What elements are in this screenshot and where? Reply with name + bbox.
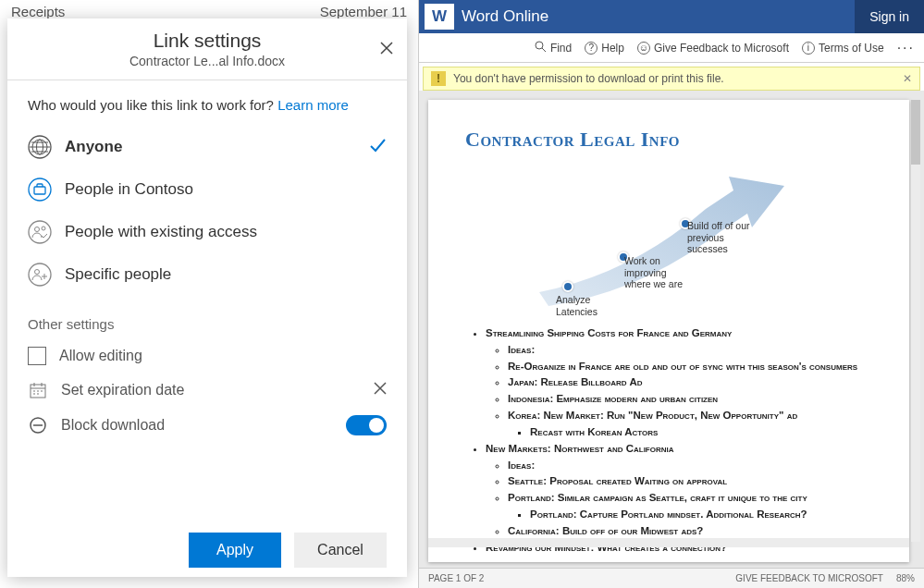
list-item: Seattle: Proposal created Waiting on app… <box>508 473 876 490</box>
people-plus-icon <box>28 263 52 287</box>
svg-rect-4 <box>34 187 45 194</box>
word-logo-icon: W <box>425 4 454 30</box>
document-title: Contractor Legal Info <box>465 128 876 152</box>
zoom-level[interactable]: 88% <box>896 573 915 583</box>
more-icon[interactable]: ··· <box>897 40 915 56</box>
dialog-body: Who would you like this link to work for… <box>7 80 407 518</box>
word-header: W Word Online Sign in <box>419 0 924 33</box>
list-item: Japan: Release Billboard Ad <box>508 374 876 391</box>
help-icon: ? <box>585 42 598 55</box>
svg-point-9 <box>35 270 40 275</box>
list-item: Portland: Similar campaign as Seattle, c… <box>508 490 876 523</box>
list-item: Ideas: <box>508 458 876 474</box>
warning-text: You don't have permission to download or… <box>453 72 724 85</box>
svg-point-5 <box>29 221 51 243</box>
block-download-row: Block download <box>28 408 387 443</box>
left-pane: Receipts September 11 Link settings Cont… <box>0 0 418 588</box>
option-label: People with existing access <box>65 223 257 241</box>
list-item: Streamlining Shipping Costs for France a… <box>486 325 876 441</box>
list-item: Recast with Korean Actors <box>530 424 876 441</box>
warning-icon: ! <box>431 71 446 86</box>
svg-point-6 <box>35 227 40 232</box>
option-label: Anyone <box>65 138 122 156</box>
terms-button[interactable]: i Terms of Use <box>802 42 884 55</box>
calendar-icon <box>28 380 48 400</box>
list-item: Indonesia: Emphasize modern and urban ci… <box>508 391 876 408</box>
expiration-label: Set expiration date <box>61 382 184 398</box>
sign-in-button[interactable]: Sign in <box>855 0 924 33</box>
document-viewport[interactable]: Contractor Legal Info Analyze Latencies … <box>419 91 924 568</box>
word-online-pane: W Word Online Sign in Find ? Help ☺ Give… <box>418 0 924 588</box>
option-org[interactable]: People in Contoso <box>28 168 387 211</box>
prompt-text: Who would you like this link to work for… <box>28 97 387 113</box>
status-feedback[interactable]: Give feedback to Microsoft <box>735 573 883 583</box>
svg-point-7 <box>42 227 45 230</box>
document-page: Contractor Legal Info Analyze Latencies … <box>428 100 909 562</box>
warning-close-icon[interactable]: ✕ <box>903 72 912 85</box>
list-item: California: Build off of our Midwest ads… <box>508 523 876 540</box>
vertical-scrollbar[interactable] <box>911 100 920 542</box>
find-button[interactable]: Find <box>535 41 572 55</box>
page-indicator: Page 1 of 2 <box>428 573 484 583</box>
svg-point-12 <box>536 42 543 49</box>
briefcase-icon <box>28 178 52 202</box>
block-download-toggle[interactable] <box>346 415 387 435</box>
help-button[interactable]: ? Help <box>585 42 624 55</box>
arrow-diagram: Analyze Latencies Work on improving wher… <box>502 163 876 320</box>
dot-icon <box>562 281 573 292</box>
bubble-1: Analyze Latencies <box>556 294 621 317</box>
status-bar: Page 1 of 2 Give feedback to Microsoft 8… <box>419 568 924 588</box>
bubble-3: Build off of our previous sucesses <box>687 220 752 255</box>
other-settings-label: Other settings <box>28 316 387 332</box>
smiley-icon: ☺ <box>637 42 650 55</box>
dialog-footer: Apply Cancel <box>7 518 407 577</box>
list-item: Ideas: <box>508 342 876 359</box>
cancel-button[interactable]: Cancel <box>294 533 387 568</box>
app-name: Word Online <box>462 7 548 26</box>
option-existing[interactable]: People with existing access <box>28 211 387 253</box>
info-icon: i <box>802 42 815 55</box>
block-download-label: Block download <box>61 417 165 434</box>
globe-icon <box>28 135 52 159</box>
checkmark-icon <box>368 136 387 159</box>
dialog-title: Link settings <box>44 30 370 52</box>
document-content: Streamlining Shipping Costs for France a… <box>465 325 876 556</box>
checkbox-icon[interactable] <box>28 347 46 365</box>
expiration-row[interactable]: Set expiration date <box>28 373 387 408</box>
bubble-2: Work on improving where we are <box>624 255 689 290</box>
allow-editing-row[interactable]: Allow editing <box>28 339 387 373</box>
allow-editing-label: Allow editing <box>59 348 142 364</box>
option-label: People in Contoso <box>65 180 193 199</box>
apply-button[interactable]: Apply <box>189 533 281 568</box>
learn-more-link[interactable]: Learn more <box>277 97 349 113</box>
block-download-icon <box>28 415 48 435</box>
dialog-header: Link settings Contractor Le...al Info.do… <box>7 18 407 80</box>
list-item: New Markets: Northwest and CaliforniaIde… <box>486 441 876 540</box>
close-icon[interactable] <box>379 41 394 60</box>
list-item: Re-Organize in France are old and out of… <box>508 359 876 375</box>
link-settings-dialog: Link settings Contractor Le...al Info.do… <box>7 18 407 577</box>
people-check-icon <box>28 220 52 244</box>
clear-expiration-icon[interactable] <box>374 382 387 398</box>
word-toolbar: Find ? Help ☺ Give Feedback to Microsoft… <box>419 33 924 63</box>
list-item: Portland: Capture Portland mindset. Addi… <box>530 507 876 523</box>
permission-warning: ! You don't have permission to download … <box>423 67 920 91</box>
list-item: Korea: New Market: Run "New Product, New… <box>508 408 876 441</box>
option-anyone[interactable]: Anyone <box>28 126 387 168</box>
svg-point-8 <box>29 263 51 286</box>
dialog-subtitle: Contractor Le...al Info.docx <box>44 54 370 68</box>
option-specific[interactable]: Specific people <box>28 253 387 296</box>
backdrop-left: Receipts <box>11 4 65 19</box>
search-icon <box>535 41 547 55</box>
backdrop-right: September 11 <box>320 4 407 19</box>
feedback-button[interactable]: ☺ Give Feedback to Microsoft <box>637 42 789 55</box>
svg-point-3 <box>29 178 51 201</box>
option-label: Specific people <box>65 265 171 284</box>
horizontal-scrollbar[interactable] <box>428 538 909 547</box>
